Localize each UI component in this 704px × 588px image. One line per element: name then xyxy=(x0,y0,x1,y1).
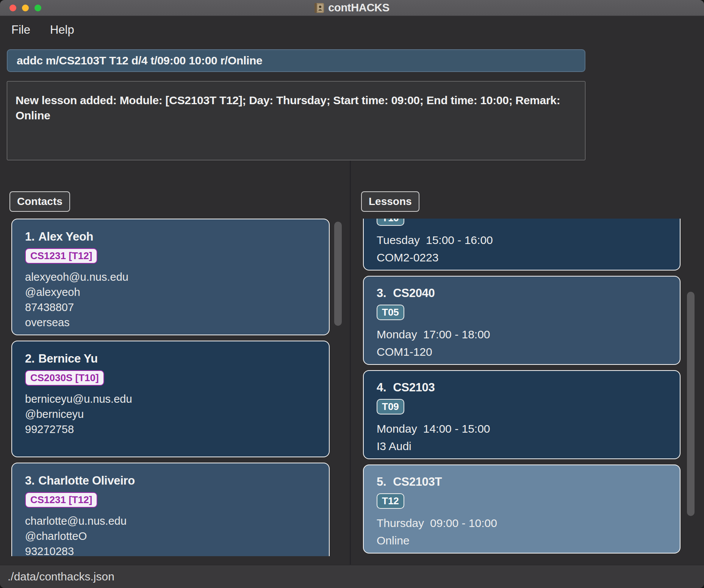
minimize-window-button[interactable] xyxy=(22,5,29,11)
lessons-panel-label: Lessons xyxy=(361,191,419,212)
window-title: contHACKS xyxy=(328,2,390,14)
result-display[interactable]: New lesson added: Module: [CS2103T T12];… xyxy=(7,81,585,160)
close-window-button[interactable] xyxy=(9,5,16,11)
lesson-tag-row: T09 xyxy=(377,399,667,416)
lesson-schedule: Tuesday15:00 - 16:00 xyxy=(377,232,667,248)
contacts-panel: Contacts 1.Alex Yeoh CS1231 [T12] alexye… xyxy=(0,161,351,565)
menu-bar: File Help xyxy=(0,16,704,44)
contact-index: 2. xyxy=(25,352,34,365)
contact-telegram: @alexyeoh xyxy=(25,285,316,300)
lesson-tag-row: T10 xyxy=(377,219,667,227)
lesson-location: COM2-0223 xyxy=(377,250,667,266)
contact-telegram: @charlotteO xyxy=(25,529,316,544)
contact-telegram: @berniceyu xyxy=(25,407,316,422)
lesson-card[interactable]: 3.CS2040 T05 Monday17:00 - 18:00 COM1-12… xyxy=(363,276,681,365)
lesson-module-code: CS2040 xyxy=(393,286,435,300)
lesson-module-code: CS2103 xyxy=(393,381,435,394)
contact-tag-row: CS2030S [T10] xyxy=(25,370,316,387)
contact-remark: overseas xyxy=(25,315,316,330)
lesson-group-tag: T05 xyxy=(377,305,404,320)
contact-phone: 99272758 xyxy=(25,422,316,437)
contact-card[interactable]: 1.Alex Yeoh CS1231 [T12] alexyeoh@u.nus.… xyxy=(11,219,330,335)
lesson-location: I3 Audi xyxy=(377,438,667,454)
contact-details: alexyeoh@u.nus.edu @alexyeoh 87438807 ov… xyxy=(25,269,316,330)
lesson-card[interactable]: T10 Tuesday15:00 - 16:00 COM2-0223 xyxy=(363,219,681,271)
lesson-module-code: CS2103T xyxy=(393,475,442,488)
lesson-tag-row: T05 xyxy=(377,305,667,321)
lesson-day: Monday xyxy=(377,328,417,341)
contact-phone: 87438807 xyxy=(25,300,316,315)
lesson-time: 14:00 - 15:00 xyxy=(423,422,490,435)
lessons-panel: Lessons T10 Tuesday15:00 - 16:00 COM2-02… xyxy=(351,161,704,565)
contacts-panel-label: Contacts xyxy=(9,191,70,212)
lesson-index: 3. xyxy=(377,286,386,300)
lesson-day: Tuesday xyxy=(377,234,420,246)
lesson-card[interactable]: 5.CS2103T T12 Thursday09:00 - 10:00 Onli… xyxy=(363,464,681,554)
lesson-time: 17:00 - 18:00 xyxy=(423,328,490,341)
lesson-location: Online xyxy=(377,533,667,549)
lesson-card[interactable]: 4.CS2103 T09 Monday14:00 - 15:00 I3 Audi xyxy=(363,370,681,459)
lesson-time: 09:00 - 10:00 xyxy=(430,517,497,529)
lesson-tag-row: T12 xyxy=(377,493,667,510)
lesson-schedule: Monday14:00 - 15:00 xyxy=(377,421,667,437)
titlebar[interactable]: contHACKS xyxy=(0,0,704,16)
contact-name: Alex Yeoh xyxy=(38,230,93,243)
lesson-title: 3.CS2040 xyxy=(377,285,667,302)
contact-email: berniceyu@u.nus.edu xyxy=(25,391,316,407)
lesson-location: COM1-120 xyxy=(377,344,667,360)
lesson-group-tag: T09 xyxy=(377,399,404,414)
lesson-group-tag: T12 xyxy=(377,493,404,509)
contact-module-tag: CS1231 [T12] xyxy=(25,492,97,508)
menu-file[interactable]: File xyxy=(11,23,30,37)
app-window: contHACKS File Help New lesson added: Mo… xyxy=(0,0,704,588)
lessons-list[interactable]: T10 Tuesday15:00 - 16:00 COM2-0223 3.CS2… xyxy=(363,219,681,556)
contact-title: 2.Bernice Yu xyxy=(25,350,316,367)
window-title-group: contHACKS xyxy=(314,2,390,14)
lesson-schedule: Monday17:00 - 18:00 xyxy=(377,327,667,342)
contact-email: alexyeoh@u.nus.edu xyxy=(25,269,316,285)
contacts-list[interactable]: 1.Alex Yeoh CS1231 [T12] alexyeoh@u.nus.… xyxy=(11,219,330,556)
lesson-schedule: Thursday09:00 - 10:00 xyxy=(377,515,667,531)
main-panels: Contacts 1.Alex Yeoh CS1231 [T12] alexye… xyxy=(0,161,704,565)
lesson-title: 5.CS2103T xyxy=(377,474,667,490)
lesson-title: 4.CS2103 xyxy=(377,379,667,396)
contact-card[interactable]: 3.Charlotte Oliveiro CS1231 [T12] charlo… xyxy=(11,463,330,556)
command-input[interactable] xyxy=(7,49,585,72)
contact-name: Charlotte Oliveiro xyxy=(38,474,135,487)
contact-phone: 93210283 xyxy=(25,544,316,556)
lesson-index: 4. xyxy=(377,381,386,394)
contacts-scrollbar-thumb[interactable] xyxy=(334,222,342,326)
zoom-window-button[interactable] xyxy=(34,5,41,11)
lessons-scrollbar-thumb[interactable] xyxy=(687,292,695,516)
contact-index: 1. xyxy=(25,230,34,243)
lesson-group-tag: T10 xyxy=(377,219,404,226)
status-bar: ./data/conthacks.json xyxy=(0,565,704,588)
traffic-lights xyxy=(9,5,41,11)
lesson-index: 5. xyxy=(377,475,386,488)
data-file-path: ./data/conthacks.json xyxy=(8,570,114,583)
contact-index: 3. xyxy=(25,474,34,487)
contact-module-tag: CS2030S [T10] xyxy=(25,370,104,386)
contact-title: 3.Charlotte Oliveiro xyxy=(25,472,316,489)
menu-help[interactable]: Help xyxy=(50,23,74,37)
contact-title: 1.Alex Yeoh xyxy=(25,228,316,245)
contact-card[interactable]: 2.Bernice Yu CS2030S [T10] berniceyu@u.n… xyxy=(11,341,330,457)
contact-name: Bernice Yu xyxy=(38,352,98,365)
address-book-icon xyxy=(314,3,324,13)
contact-email: charlotte@u.nus.edu xyxy=(25,513,316,529)
contact-tag-row: CS1231 [T12] xyxy=(25,248,316,265)
contact-tag-row: CS1231 [T12] xyxy=(25,492,316,509)
contact-details: charlotte@u.nus.edu @charlotteO 93210283 xyxy=(25,513,316,556)
lesson-day: Thursday xyxy=(377,517,424,529)
contact-module-tag: CS1231 [T12] xyxy=(25,248,97,264)
lesson-time: 15:00 - 16:00 xyxy=(426,234,493,246)
contact-details: berniceyu@u.nus.edu @berniceyu 99272758 xyxy=(25,391,316,437)
lesson-day: Monday xyxy=(377,422,417,435)
